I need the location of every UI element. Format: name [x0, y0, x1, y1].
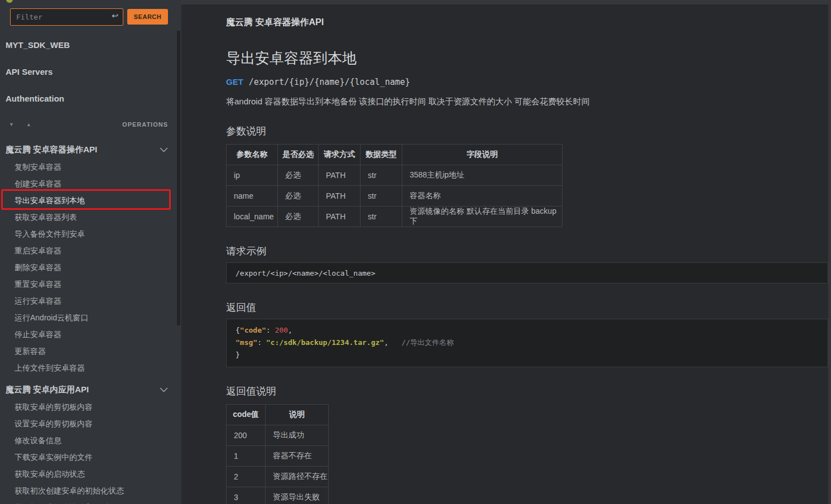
- main-top-strip: [181, 0, 831, 4]
- param-cell: name: [227, 186, 278, 207]
- sidebar-item[interactable]: 导出安卓容器到本地: [0, 192, 181, 209]
- return-code-cell: 3: [227, 487, 266, 504]
- sidebar-link-myt-sdk-web[interactable]: MYT_SDK_WEB: [6, 32, 181, 59]
- code-token: ,: [384, 338, 388, 347]
- return-codes-table-body: 200导出成功1容器不存在2资源路径不存在3资源导出失败: [227, 425, 329, 504]
- code-token: 200: [275, 326, 287, 334]
- operations-label: OPERATIONS: [122, 121, 168, 128]
- table-row: 1容器不存在: [227, 446, 329, 467]
- chevron-down-icon: [160, 147, 168, 152]
- code-token: :: [257, 338, 266, 347]
- param-cell: str: [361, 165, 402, 186]
- param-header-cell: 参数名称: [227, 145, 278, 165]
- sidebar-group-header[interactable]: 魔云腾 安卓容器操作API: [0, 136, 181, 159]
- filter-input[interactable]: [10, 8, 123, 26]
- params-table: 参数名称是否必选请求方式数据类型字段说明 ip必选PATHstr3588主机ip…: [226, 144, 563, 227]
- param-cell: 资源镜像的名称 默认存在当前目录 backup 下: [402, 207, 563, 227]
- params-table-head: 参数名称是否必选请求方式数据类型字段说明: [227, 145, 563, 165]
- request-example-heading: 请求示例: [226, 244, 828, 258]
- search-bar: ↩ SEARCH: [10, 8, 172, 26]
- sidebar: ↩ SEARCH MYT_SDK_WEB API Servers Authent…: [0, 0, 181, 504]
- sidebar-item[interactable]: 复制安卓容器: [0, 159, 181, 175]
- doc-content: 魔云腾 安卓容器操作API 导出安卓容器到本地 GET/export/{ip}/…: [226, 4, 828, 504]
- endpoint-path: /export/{ip}/{name}/{local_name}: [249, 77, 410, 87]
- sidebar-item[interactable]: 重置安卓容器: [0, 276, 181, 292]
- code-token: "code": [240, 326, 266, 334]
- sidebar-item[interactable]: 运行Android云机窗口: [0, 309, 181, 326]
- collapse-all-icon[interactable]: ▼: [9, 122, 14, 127]
- sidebar-item[interactable]: 上传文件到安卓容器: [0, 359, 181, 376]
- code-token: "c:/sdk/backup/1234.tar.gz": [266, 338, 384, 347]
- sidebar-item[interactable]: 下载安卓实例中的文件: [0, 449, 181, 465]
- operations-toolbar: ▼ ▲ OPERATIONS: [9, 118, 172, 131]
- param-header-cell: 数据类型: [361, 145, 402, 165]
- sidebar-group-label: 魔云腾 安卓容器操作API: [6, 145, 97, 155]
- params-table-body: ip必选PATHstr3588主机ip地址name必选PATHstr容器名称lo…: [227, 165, 563, 227]
- code-token: "msg": [236, 338, 257, 347]
- sidebar-item[interactable]: 修改设备信息: [0, 432, 181, 449]
- sidebar-item[interactable]: 获取初次创建安卓的初始化状态: [0, 482, 181, 499]
- sidebar-scrollbar-thumb[interactable]: [177, 31, 180, 325]
- sidebar-link-api-servers[interactable]: API Servers: [6, 59, 181, 86]
- main-scrollbar-track[interactable]: [828, 4, 831, 504]
- code-token: :: [266, 326, 275, 334]
- sidebar-item[interactable]: 获取安卓的启动状态: [0, 465, 181, 482]
- param-header-cell: 字段说明: [402, 145, 563, 165]
- param-header-row: 参数名称是否必选请求方式数据类型字段说明: [227, 145, 563, 165]
- code-token: ,: [288, 326, 292, 334]
- sidebar-link-authentication[interactable]: Authentication: [6, 86, 181, 113]
- sidebar-item[interactable]: 运行安卓容器: [0, 292, 181, 309]
- param-header-cell: 是否必选: [278, 145, 319, 165]
- sidebar-item[interactable]: 停止安卓容器: [0, 326, 181, 343]
- param-header-cell: 请求方式: [319, 145, 361, 165]
- return-code-cell: 导出成功: [266, 425, 329, 446]
- sidebar-item[interactable]: 获取安卓容器列表: [0, 209, 181, 225]
- sidebar-nav: 魔云腾 安卓容器操作API复制安卓容器创建安卓容器导出安卓容器到本地获取安卓容器…: [0, 136, 181, 504]
- table-row: 2资源路径不存在: [227, 467, 329, 487]
- return-codes-table: code值说明 200导出成功1容器不存在2资源路径不存在3资源导出失败: [226, 404, 329, 504]
- sidebar-item[interactable]: 创建安卓容器: [0, 175, 181, 192]
- return-codes-heading: 返回值说明: [226, 385, 828, 398]
- return-code-cell: 200: [227, 425, 266, 446]
- annotation-highlight-box: [1, 189, 171, 210]
- expand-all-icon[interactable]: ▲: [26, 122, 31, 127]
- table-row: 3资源导出失败: [227, 487, 329, 504]
- code-line: {"code": 200,: [236, 324, 819, 337]
- sidebar-item[interactable]: 删除安卓容器: [0, 259, 181, 276]
- code-line: }: [236, 349, 819, 361]
- code-token: {: [236, 326, 240, 334]
- sidebar-item[interactable]: 导入备份文件到安卓: [0, 225, 181, 242]
- param-cell: 必选: [278, 207, 319, 227]
- sidebar-item[interactable]: 获取摄像头推流地址和类型: [0, 499, 181, 504]
- params-heading: 参数说明: [226, 124, 828, 138]
- sidebar-item[interactable]: 获取安卓的剪切板内容: [0, 399, 181, 415]
- endpoint-line: GET/export/{ip}/{name}/{local_name}: [226, 77, 828, 87]
- api-group-title: 魔云腾 安卓容器操作API: [226, 17, 828, 28]
- param-cell: 容器名称: [402, 186, 563, 207]
- table-row: 200导出成功: [227, 425, 329, 446]
- param-cell: 3588主机ip地址: [402, 165, 563, 186]
- param-cell: ip: [227, 165, 278, 186]
- page-title: 导出安卓容器到本地: [226, 49, 828, 68]
- sidebar-group-header[interactable]: 魔云腾 安卓内应用API: [0, 376, 181, 399]
- param-cell: local_name: [227, 207, 278, 227]
- enter-key-icon: ↩: [112, 11, 118, 20]
- sidebar-item[interactable]: 重启安卓容器: [0, 242, 181, 259]
- http-method-badge: GET: [226, 77, 243, 87]
- sidebar-item[interactable]: 更新容器: [0, 343, 181, 359]
- code-line: "msg": "c:/sdk/backup/1234.tar.gz", //导出…: [236, 337, 819, 349]
- search-button[interactable]: SEARCH: [127, 9, 168, 25]
- table-row: name必选PATHstr容器名称: [227, 186, 563, 207]
- sidebar-item[interactable]: 设置安卓的剪切板内容: [0, 415, 181, 432]
- chevron-down-icon: [160, 387, 168, 392]
- param-cell: str: [361, 186, 402, 207]
- table-row: local_name必选PATHstr资源镜像的名称 默认存在当前目录 back…: [227, 207, 563, 227]
- return-codes-table-head: code值说明: [227, 405, 329, 425]
- return-code-cell: 1: [227, 446, 266, 467]
- table-row: ip必选PATHstr3588主机ip地址: [227, 165, 563, 186]
- param-cell: PATH: [319, 165, 361, 186]
- return-code-cell: 资源路径不存在: [266, 467, 329, 487]
- return-code-cell: 容器不存在: [266, 446, 329, 467]
- return-value-code: {"code": 200,"msg": "c:/sdk/backup/1234.…: [226, 319, 828, 367]
- param-cell: 必选: [278, 186, 319, 207]
